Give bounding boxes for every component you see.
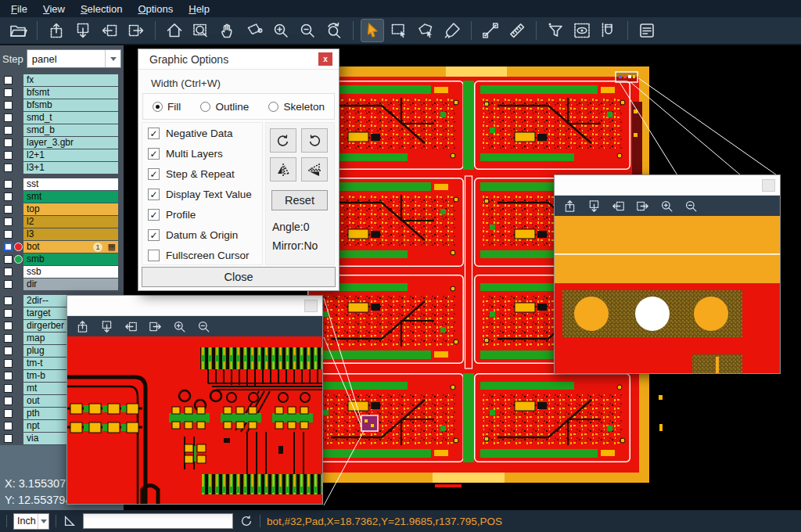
layer-row-l3+1[interactable]: l3+1 [0, 162, 124, 174]
layer-label[interactable]: sst [23, 178, 118, 190]
checkbox-box[interactable]: ✓ [148, 128, 160, 139]
layer-label[interactable]: fx [23, 74, 118, 86]
layer-checkbox[interactable] [4, 88, 13, 97]
layer-row-top[interactable]: top [0, 203, 124, 215]
checkbox-box[interactable]: ✓ [148, 229, 160, 241]
radio-outline[interactable]: Outline [200, 101, 249, 113]
zoom-previous-button[interactable] [322, 19, 346, 42]
reset-button[interactable]: Reset [271, 190, 328, 210]
home-button[interactable] [163, 19, 186, 42]
layer-checkbox[interactable] [4, 280, 13, 289]
pan-left-button[interactable] [122, 318, 139, 335]
radio-circle[interactable] [200, 102, 210, 112]
layer-checkbox[interactable] [4, 347, 13, 355]
zoom-out-button[interactable] [296, 19, 319, 42]
layer-label[interactable]: smb [23, 253, 118, 265]
radio-circle[interactable] [153, 102, 163, 112]
layer-checkbox[interactable] [4, 230, 13, 239]
layer-label[interactable]: ssb [23, 266, 118, 278]
layer-checkbox[interactable] [4, 205, 13, 214]
layer-label[interactable]: bot1▦ [23, 241, 118, 253]
menu-file[interactable]: File [3, 2, 35, 16]
layers-panel-button[interactable] [635, 19, 659, 42]
layer-row-smd_b[interactable]: smd_b [0, 124, 124, 136]
layer-row-bot[interactable]: bot1▦ [0, 241, 124, 253]
rotate-cw-button[interactable] [270, 128, 296, 153]
layer-checkbox[interactable] [4, 180, 13, 189]
checkbox-box[interactable] [148, 250, 160, 261]
close-button[interactable]: Close [142, 267, 336, 287]
layer-checkbox[interactable] [4, 297, 13, 305]
checkbox-profile[interactable]: ✓Profile [148, 209, 196, 221]
close-icon[interactable]: x [318, 52, 332, 66]
layer-row-ssb[interactable]: ssb [0, 266, 124, 278]
window-button[interactable] [762, 179, 775, 192]
layer-checkbox[interactable] [4, 243, 13, 251]
layer-checkbox[interactable] [4, 422, 13, 430]
layer-label[interactable]: bfsmt [23, 87, 118, 99]
menu-help[interactable]: Help [181, 2, 217, 16]
layer-label[interactable]: l2 [23, 216, 118, 228]
layer-label[interactable]: bfsmb [23, 99, 118, 111]
layer-checkbox[interactable] [4, 409, 13, 418]
layer-row-smt[interactable]: smt [0, 191, 124, 203]
dialog-title-bar[interactable]: Graphic Options x [138, 49, 339, 70]
layer-row-l2+1[interactable]: l2+1 [0, 149, 124, 161]
layer-label[interactable]: l3 [23, 228, 118, 240]
pan-up-button[interactable] [74, 318, 91, 335]
layer-label[interactable]: smd_b [23, 124, 118, 136]
layer-row-bfsmt[interactable]: bfsmt [0, 87, 124, 99]
window-button[interactable] [304, 300, 318, 312]
pan-right-button[interactable] [634, 197, 651, 214]
checkbox-box[interactable]: ✓ [148, 168, 160, 180]
layer-checkbox[interactable] [4, 164, 13, 172]
origin-corner-icon[interactable] [63, 514, 77, 528]
step-dropdown[interactable]: panel [27, 49, 121, 68]
snap-magnet-button[interactable] [597, 19, 620, 42]
menu-view[interactable]: View [35, 2, 73, 16]
zoom-window-right[interactable] [554, 174, 781, 374]
zoom-in-button[interactable] [171, 318, 188, 335]
layer-checkbox[interactable] [4, 384, 13, 393]
menu-options[interactable]: Options [130, 2, 181, 16]
measure-ruler-button[interactable] [505, 19, 529, 42]
layer-row-bfsmb[interactable]: bfsmb [0, 99, 124, 111]
zoom-in-button[interactable] [269, 19, 293, 42]
layer-checkbox[interactable] [4, 151, 13, 160]
filter-button[interactable] [544, 19, 567, 42]
brush-clean-button[interactable] [440, 19, 464, 42]
checkbox-step-repeat[interactable]: ✓Step & Repeat [148, 168, 235, 180]
select-rect-button[interactable] [387, 19, 411, 42]
layer-checkbox[interactable] [4, 359, 13, 368]
layer-row-fx[interactable]: fx [0, 74, 124, 86]
layer-row-dir[interactable]: dir [0, 279, 124, 290]
checkbox-display-text-value[interactable]: ✓Display Text Value [148, 189, 252, 200]
select-pointer-button[interactable] [361, 19, 384, 42]
layer-row-l3[interactable]: l3 [0, 228, 124, 240]
layer-checkbox[interactable] [4, 309, 13, 318]
pan-up-button[interactable] [45, 19, 68, 42]
layer-row-smd_t[interactable]: smd_t [0, 112, 124, 124]
layer-row-smb[interactable]: smb [0, 253, 124, 265]
layer-checkbox[interactable] [4, 138, 13, 147]
layer-checkbox[interactable] [4, 372, 13, 380]
layer-label[interactable]: l3+1 [23, 162, 118, 174]
measure-line-button[interactable] [479, 19, 502, 42]
layer-checkbox[interactable] [4, 434, 13, 443]
layer-checkbox[interactable] [4, 255, 13, 264]
pan-down-button[interactable] [98, 318, 115, 335]
zoom-in-button[interactable] [658, 197, 675, 214]
layer-label[interactable]: layer_3.gbr [23, 137, 118, 149]
checkbox-box[interactable]: ✓ [148, 209, 160, 221]
layer-label[interactable]: l2+1 [23, 149, 118, 161]
layer-row-sst[interactable]: sst [0, 178, 124, 190]
layer-checkbox[interactable] [4, 217, 13, 226]
layer-checkbox[interactable] [4, 113, 13, 122]
zoom-window-bottom-left[interactable] [66, 295, 323, 505]
checkbox-box[interactable]: ✓ [148, 189, 160, 200]
command-input[interactable] [83, 513, 233, 529]
rotate-ccw-button[interactable] [301, 128, 328, 153]
checkbox-fullscreen-cursor[interactable]: Fullscreen Cursor [148, 250, 250, 261]
checkbox-box[interactable]: ✓ [148, 148, 160, 160]
zoom-window-button[interactable] [189, 19, 213, 42]
